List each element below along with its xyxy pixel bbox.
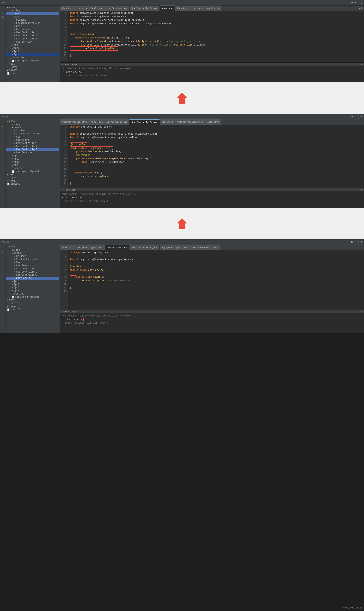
tree-item-userservice-3[interactable]: ●UserService: [6, 277, 59, 280]
tree-item-studentcontroller[interactable]: ●StudentController: [6, 22, 59, 25]
tab-app2[interactable]: App2.java: [89, 5, 105, 11]
tree-item-studentcontroller-3[interactable]: ●StudentController: [6, 258, 59, 261]
gear-icon-console[interactable]: ⚙: [361, 63, 363, 66]
tree-item-target-2[interactable]: ▸target: [6, 179, 59, 182]
tree-item-resources-2[interactable]: ▾resources: [6, 167, 59, 170]
tree-item-usercontroller-3[interactable]: ●UserController: [6, 267, 59, 270]
tree-item-app4-2[interactable]: ●App4: [6, 164, 59, 167]
tree-item-springconfig-2[interactable]: 📄spring-config.xml: [6, 170, 59, 173]
layout-icon[interactable]: ≡: [354, 1, 356, 4]
gear-icon-console-3[interactable]: ⚙: [361, 310, 363, 313]
tree-item-target-3[interactable]: ▸target: [6, 305, 59, 308]
debug-icon[interactable]: 🐛: [1, 16, 4, 19]
tree-item-demo[interactable]: ▾demo: [6, 6, 59, 9]
tree-item-app3[interactable]: ●App3: [6, 50, 59, 53]
tab-app3-2[interactable]: App3.java: [205, 119, 221, 125]
tree-item-resources[interactable]: ▾resources: [6, 56, 59, 59]
tree-item-userbeans-3[interactable]: ●UserBeans: [6, 264, 59, 267]
tree-item-userservice-2[interactable]: ●UserService: [6, 151, 59, 154]
run-icon-3[interactable]: ▶: [2, 251, 3, 254]
tree-item-app-3[interactable]: ●App: [6, 280, 59, 283]
tree-item-app-2[interactable]: ●App: [6, 154, 59, 157]
tree-item-pomxml[interactable]: 📄pom.xml: [6, 72, 59, 75]
tree-item-app2-3[interactable]: ●App2: [6, 283, 59, 286]
tree-item-usercontroller3-2[interactable]: ●UserController3: [6, 148, 59, 151]
run-icon[interactable]: ▶: [2, 11, 3, 14]
tree-item-pomxml-2[interactable]: 📄pom.xml: [6, 182, 59, 186]
tree-item-userbeans[interactable]: ●UserBeans: [6, 28, 59, 31]
tree-item-studentcontroller-2[interactable]: ●StudentController: [6, 132, 59, 135]
run-icon-2[interactable]: ▶: [2, 125, 3, 128]
tree-item-java-src[interactable]: ▾java: [6, 15, 59, 18]
tree-item-user-2[interactable]: ●User: [6, 135, 59, 139]
tree-item-demo-3[interactable]: ▾demo: [6, 245, 59, 248]
gear-icon-2[interactable]: ⚙: [361, 115, 363, 118]
tree-item-usercontroller[interactable]: ●UserController: [6, 31, 59, 34]
tree-item-student-2[interactable]: ●Student: [6, 129, 59, 132]
tree-item-beans[interactable]: ▾beans: [6, 12, 59, 15]
tree-item-test[interactable]: ▾test: [6, 62, 59, 66]
tab-usercontroller3[interactable]: UserController3.java: [130, 5, 159, 11]
tab-usercontroller[interactable]: UserController.java: [60, 5, 89, 11]
tree-item-app3-2[interactable]: ●App3: [6, 161, 59, 164]
gear-icon[interactable]: ⚙: [361, 1, 363, 4]
tree-item-resources-3[interactable]: ▾resources: [6, 292, 59, 295]
tree-item-app2-2[interactable]: ●App2: [6, 157, 59, 161]
tree-item-user[interactable]: ●User: [6, 25, 59, 28]
tab-us-3[interactable]: UserService.java: [105, 245, 130, 250]
tab-app4[interactable]: App4.java: [160, 5, 175, 11]
tree-item-beans-2[interactable]: ▾beans: [6, 126, 59, 129]
tree-item-beans-3[interactable]: ▾beans: [6, 251, 59, 255]
tab-uc3-3[interactable]: UserController3.java: [130, 245, 159, 250]
tree-item-app4[interactable]: ●App4: [6, 53, 59, 56]
tree-item-usercontroller3-3[interactable]: ●UserController3: [6, 274, 59, 277]
tree-item-target[interactable]: ▸target: [6, 69, 59, 72]
tree-item-app4-3[interactable]: ●App4: [6, 289, 59, 292]
settings-icon-2[interactable]: ⚙: [351, 115, 353, 118]
tree-item-student-3[interactable]: ●Student: [6, 255, 59, 258]
tree-item-springconfig-3[interactable]: 📄spring-config.xml: [6, 295, 59, 299]
tab-uc-3[interactable]: UserController.java: [60, 245, 89, 250]
settings-icon[interactable]: ⚙: [351, 1, 353, 4]
tree-item-spring-3[interactable]: ▾spring: [6, 248, 59, 251]
tree-item-demo-2[interactable]: ▾demo: [6, 120, 59, 123]
layout-icon-3[interactable]: ≡: [354, 240, 356, 244]
tree-item-pomxml-3[interactable]: 📄pom.xml: [6, 308, 59, 311]
tree-item-test-2[interactable]: ▾test: [6, 173, 59, 176]
tab-us-2[interactable]: UserService.java: [105, 119, 130, 125]
tree-item-usercontroller3[interactable]: ●UserController3: [6, 37, 59, 41]
tree-item-userbeans-2[interactable]: ●UserBeans: [6, 139, 59, 142]
tab-uc2-2[interactable]: UserController2.java: [175, 119, 205, 125]
layout-icon-2[interactable]: ≡: [354, 115, 356, 118]
tab-userservice[interactable]: UserService.java: [105, 5, 130, 11]
tree-item-user-3[interactable]: ●User: [6, 261, 59, 264]
tree-item-java2[interactable]: ▾java: [6, 66, 59, 69]
tree-item-usercontroller2-2[interactable]: ●UserController2: [6, 145, 59, 148]
tab-app2-3[interactable]: App2.java: [89, 245, 105, 250]
tree-item-spring-2[interactable]: ▾spring: [6, 123, 59, 126]
tab-uc3-2[interactable]: UserController3.java: [130, 119, 159, 125]
gear-icon-3[interactable]: ⚙: [361, 240, 363, 244]
tab-app-3[interactable]: App.java: [160, 245, 174, 250]
tree-item-usercontroller-2[interactable]: ●UserController: [6, 142, 59, 145]
tree-item-usercontroller2[interactable]: ●UserController2: [6, 34, 59, 37]
tree-item-app2[interactable]: ●App2: [6, 47, 59, 50]
tab-app3[interactable]: App3.java: [205, 5, 221, 11]
tab-uc-2[interactable]: UserController.java: [60, 119, 89, 125]
gear-icon-console-2[interactable]: ⚙: [361, 189, 363, 191]
tab-app2-2[interactable]: App2.java: [89, 119, 105, 125]
tree-item-app[interactable]: ●App: [6, 43, 59, 47]
tree-item-java-3[interactable]: ▸java: [6, 302, 59, 305]
tree-item-test-3[interactable]: ▾test: [6, 299, 59, 302]
tree-item-usercontroller2-3[interactable]: ●UserController2: [6, 270, 59, 274]
tree-item-userservice[interactable]: ●UserService: [6, 41, 59, 43]
tree-item-springconfig[interactable]: 📄spring-config.xml: [6, 59, 59, 62]
tab-uc2-3[interactable]: UserController2.java: [190, 245, 220, 250]
tree-item-java-2[interactable]: ▸java: [6, 176, 59, 179]
tree-item-spring[interactable]: ▾spring: [6, 9, 59, 12]
settings-icon-3[interactable]: ⚙: [351, 240, 353, 244]
tab-app4-2[interactable]: App4.java: [160, 119, 175, 125]
tab-app4-3[interactable]: App4.java: [174, 245, 190, 250]
tab-usercontroller2[interactable]: UserController2.java: [175, 5, 205, 11]
tree-item-app3-3[interactable]: ●App3: [6, 286, 59, 289]
